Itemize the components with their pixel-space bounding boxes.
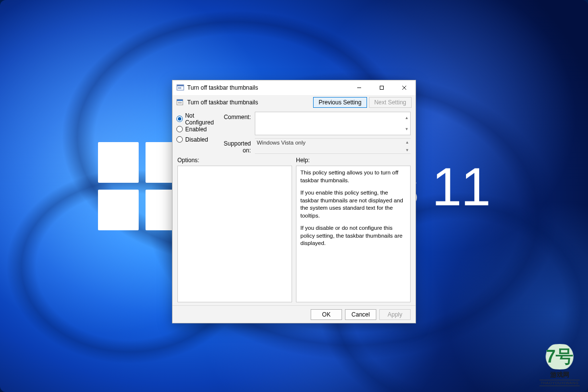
state-radio-group: Not Configured Enabled Disabled xyxy=(176,112,223,154)
options-label: Options: xyxy=(177,157,292,164)
radio-label: Enabled xyxy=(185,126,207,133)
svg-rect-11 xyxy=(178,103,182,103)
options-pane xyxy=(177,166,292,302)
supported-scroll-up-icon[interactable]: ▲ xyxy=(404,139,411,147)
radio-icon xyxy=(176,126,183,132)
lower-panel: Options: Help: This policy setting allow… xyxy=(172,155,416,305)
comment-label: Comment: xyxy=(223,112,255,121)
help-paragraph: If you disable or do not configure this … xyxy=(300,224,406,247)
maximize-button[interactable] xyxy=(370,80,393,95)
radio-not-configured[interactable]: Not Configured xyxy=(176,114,223,124)
supported-on-field: Windows Vista only ▲ ▼ xyxy=(255,138,411,154)
comment-input[interactable]: ▲ ▼ xyxy=(255,112,411,135)
svg-rect-10 xyxy=(178,102,182,102)
apply-button: Apply xyxy=(379,309,411,320)
radio-icon xyxy=(176,136,183,143)
policy-setting-icon xyxy=(176,98,184,106)
watermark-pinyin: 7HAOYOUXIWANG xyxy=(539,380,580,386)
svg-rect-5 xyxy=(380,86,384,90)
cancel-button[interactable]: Cancel xyxy=(345,309,376,320)
svg-rect-9 xyxy=(177,99,183,101)
radio-label: Not Configured xyxy=(185,112,223,126)
site-watermark: 7号 游戏网 7HAOYOUXIWANG xyxy=(537,344,582,386)
watermark-number: 7号 xyxy=(546,345,573,369)
help-paragraph: If you enable this policy setting, the t… xyxy=(300,189,406,220)
ok-button[interactable]: OK xyxy=(311,309,342,320)
comment-scroll-up-icon[interactable]: ▲ xyxy=(403,112,410,123)
dialog-footer: OK Cancel Apply xyxy=(172,305,416,323)
help-label: Help: xyxy=(296,157,411,164)
close-button[interactable] xyxy=(393,80,416,95)
policy-dialog: Turn off taskbar thumbnails Turn off tas… xyxy=(172,80,416,323)
svg-rect-2 xyxy=(178,87,181,88)
svg-rect-1 xyxy=(177,85,184,86)
help-pane: This policy setting allows you to turn o… xyxy=(296,166,411,302)
help-paragraph: This policy setting allows you to turn o… xyxy=(300,169,406,184)
supported-value: Windows Vista only xyxy=(257,140,306,146)
supported-scroll-down-icon[interactable]: ▼ xyxy=(404,147,411,154)
svg-rect-3 xyxy=(178,88,181,89)
window-title: Turn off taskbar thumbnails xyxy=(187,84,348,91)
minimize-button[interactable] xyxy=(348,80,370,95)
radio-disabled[interactable]: Disabled xyxy=(176,134,223,145)
comment-scroll-down-icon[interactable]: ▼ xyxy=(403,123,410,135)
upper-panel: Not Configured Enabled Disabled Comment:… xyxy=(172,111,416,155)
titlebar[interactable]: Turn off taskbar thumbnails xyxy=(172,80,416,95)
policy-title: Turn off taskbar thumbnails xyxy=(187,99,311,106)
supported-label: Supported on: xyxy=(223,138,255,154)
watermark-globe-icon: 7号 xyxy=(537,344,582,369)
policy-app-icon xyxy=(176,84,184,92)
previous-setting-button[interactable]: Previous Setting xyxy=(313,97,367,108)
watermark-cn: 游戏网 xyxy=(550,370,569,379)
radio-label: Disabled xyxy=(185,136,208,143)
policy-header: Turn off taskbar thumbnails Previous Set… xyxy=(172,95,416,111)
radio-icon xyxy=(176,116,183,122)
next-setting-button: Next Setting xyxy=(369,97,412,108)
